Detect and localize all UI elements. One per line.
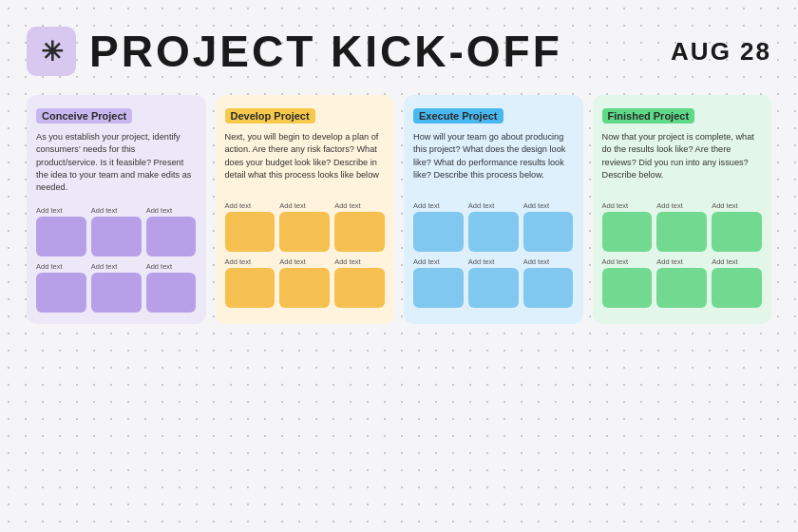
columns-container: Conceive ProjectAs you establish your pr… bbox=[27, 95, 771, 324]
card-box bbox=[523, 212, 574, 252]
card-label: Add text bbox=[602, 201, 653, 210]
col-description-conceive: As you establish your project, identify … bbox=[36, 131, 197, 195]
card-box bbox=[413, 212, 464, 252]
card-box bbox=[523, 268, 574, 308]
list-item[interactable]: Add text bbox=[146, 206, 197, 256]
card-box bbox=[413, 268, 464, 308]
list-item[interactable]: Add text bbox=[712, 257, 762, 308]
list-item[interactable]: Add text bbox=[36, 262, 86, 313]
list-item[interactable]: Add text bbox=[334, 201, 385, 252]
column-conceive: Conceive ProjectAs you establish your pr… bbox=[27, 95, 206, 324]
card-label: Add text bbox=[91, 206, 142, 215]
card-box bbox=[279, 212, 330, 252]
col-description-develop: Next, you will begin to develop a plan o… bbox=[225, 131, 386, 190]
cards-section-develop: Add textAdd textAdd textAdd textAdd text… bbox=[225, 201, 386, 308]
date-label: AUG 28 bbox=[671, 37, 771, 66]
column-execute: Execute ProjectHow will your team go abo… bbox=[404, 95, 583, 324]
card-label: Add text bbox=[91, 262, 142, 271]
col-header-develop: Develop Project bbox=[225, 108, 315, 124]
card-label: Add text bbox=[225, 201, 276, 210]
card-box bbox=[712, 212, 762, 252]
star-icon: ✳ bbox=[27, 27, 76, 76]
card-label: Add text bbox=[712, 257, 762, 266]
card-box bbox=[91, 217, 142, 256]
list-item[interactable]: Add text bbox=[279, 201, 330, 252]
card-box bbox=[91, 273, 142, 313]
list-item[interactable]: Add text bbox=[91, 262, 142, 313]
cards-row-conceive-0: Add textAdd textAdd text bbox=[36, 206, 197, 256]
card-box bbox=[146, 273, 197, 313]
card-label: Add text bbox=[225, 257, 276, 266]
card-box bbox=[36, 273, 86, 313]
list-item[interactable]: Add text bbox=[468, 201, 519, 252]
cards-row-conceive-1: Add textAdd textAdd text bbox=[36, 262, 197, 313]
card-label: Add text bbox=[602, 257, 653, 266]
card-label: Add text bbox=[36, 206, 86, 215]
page: ✳ PROJECT KICK-OFF AUG 28 Conceive Proje… bbox=[0, 0, 798, 343]
list-item[interactable]: Add text bbox=[656, 257, 707, 308]
card-label: Add text bbox=[468, 201, 519, 210]
card-box bbox=[279, 268, 330, 308]
col-header-finished: Finished Project bbox=[602, 108, 695, 124]
col-header-conceive: Conceive Project bbox=[36, 108, 132, 124]
card-label: Add text bbox=[712, 201, 762, 210]
col-description-execute: How will your team go about producing th… bbox=[413, 131, 574, 190]
list-item[interactable]: Add text bbox=[413, 201, 464, 252]
card-label: Add text bbox=[413, 257, 464, 266]
list-item[interactable]: Add text bbox=[468, 257, 519, 308]
header: ✳ PROJECT KICK-OFF AUG 28 bbox=[27, 27, 771, 76]
card-label: Add text bbox=[468, 257, 519, 266]
card-box bbox=[468, 212, 519, 252]
card-box bbox=[225, 212, 276, 252]
list-item[interactable]: Add text bbox=[146, 262, 197, 313]
card-label: Add text bbox=[334, 257, 385, 266]
cards-row-finished-0: Add textAdd textAdd text bbox=[602, 201, 763, 252]
card-label: Add text bbox=[523, 257, 574, 266]
card-label: Add text bbox=[36, 262, 86, 271]
column-finished: Finished ProjectNow that your project is… bbox=[593, 95, 772, 324]
cards-row-execute-0: Add textAdd textAdd text bbox=[413, 201, 574, 252]
card-box bbox=[146, 217, 197, 256]
card-label: Add text bbox=[523, 201, 574, 210]
cards-row-execute-1: Add textAdd textAdd text bbox=[413, 257, 574, 308]
card-box bbox=[656, 268, 707, 308]
cards-section-execute: Add textAdd textAdd textAdd textAdd text… bbox=[413, 201, 574, 308]
list-item[interactable]: Add text bbox=[225, 201, 276, 252]
card-box bbox=[334, 268, 385, 308]
list-item[interactable]: Add text bbox=[656, 201, 707, 252]
card-box bbox=[468, 268, 519, 308]
list-item[interactable]: Add text bbox=[413, 257, 464, 308]
list-item[interactable]: Add text bbox=[279, 257, 330, 308]
cards-section-conceive: Add textAdd textAdd textAdd textAdd text… bbox=[36, 206, 197, 313]
card-label: Add text bbox=[146, 262, 197, 271]
list-item[interactable]: Add text bbox=[523, 201, 574, 252]
cards-row-finished-1: Add textAdd textAdd text bbox=[602, 257, 763, 308]
col-description-finished: Now that your project is complete, what … bbox=[602, 131, 763, 190]
card-label: Add text bbox=[656, 257, 707, 266]
list-item[interactable]: Add text bbox=[602, 257, 653, 308]
card-label: Add text bbox=[334, 201, 385, 210]
col-header-execute: Execute Project bbox=[413, 108, 504, 124]
card-box bbox=[712, 268, 762, 308]
header-left: ✳ PROJECT KICK-OFF bbox=[27, 27, 562, 76]
list-item[interactable]: Add text bbox=[712, 201, 762, 252]
card-box bbox=[602, 268, 653, 308]
card-label: Add text bbox=[413, 201, 464, 210]
card-box bbox=[602, 212, 653, 252]
list-item[interactable]: Add text bbox=[91, 206, 142, 256]
card-box bbox=[36, 217, 86, 256]
column-develop: Develop ProjectNext, you will begin to d… bbox=[216, 95, 395, 324]
cards-row-develop-1: Add textAdd textAdd text bbox=[225, 257, 386, 308]
list-item[interactable]: Add text bbox=[602, 201, 653, 252]
card-label: Add text bbox=[656, 201, 707, 210]
cards-row-develop-0: Add textAdd textAdd text bbox=[225, 201, 386, 252]
list-item[interactable]: Add text bbox=[36, 206, 86, 256]
list-item[interactable]: Add text bbox=[334, 257, 385, 308]
cards-section-finished: Add textAdd textAdd textAdd textAdd text… bbox=[602, 201, 763, 308]
list-item[interactable]: Add text bbox=[225, 257, 276, 308]
card-label: Add text bbox=[146, 206, 197, 215]
list-item[interactable]: Add text bbox=[523, 257, 574, 308]
card-label: Add text bbox=[279, 201, 330, 210]
card-box bbox=[656, 212, 707, 252]
card-box bbox=[225, 268, 276, 308]
